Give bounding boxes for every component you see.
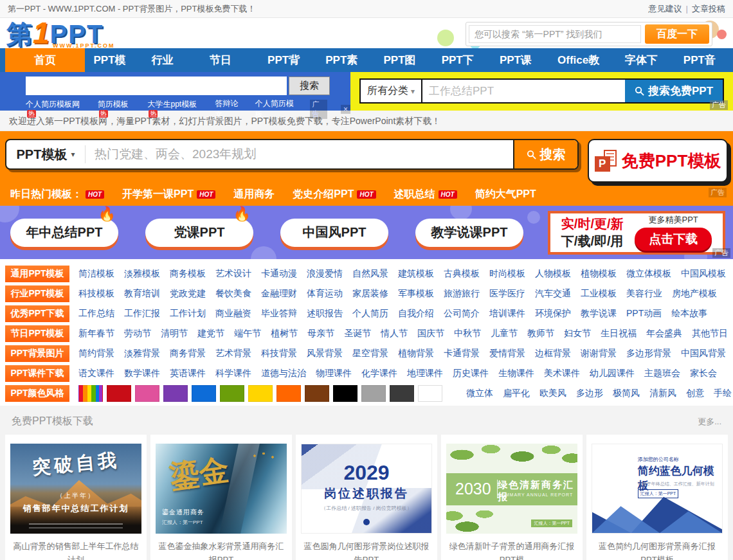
category-link[interactable]: 儿童节 [491,328,518,339]
category-link[interactable]: 科技背景 [261,348,297,359]
category-label[interactable]: 行业PPT模板 [5,285,69,302]
template-search-button[interactable]: 搜索 [513,139,577,170]
category-link[interactable]: 工作计划 [170,308,206,320]
category-link[interactable]: 美术课件 [544,368,580,379]
nav-item[interactable]: PPT背景 [259,48,317,72]
category-link[interactable]: 中国风模板 [681,268,726,280]
free-ppt-search-button[interactable]: 搜索免费PPT [625,80,723,102]
template-card[interactable]: 2030绿色清新商务汇报SUMMARY ANNUAL REPORT汇报人：第一P… [441,435,583,560]
category-link[interactable]: 自然风景 [352,268,388,280]
category-link[interactable]: 植树节 [271,328,298,339]
promo-pill[interactable]: 党课PPT🔥 [145,219,253,247]
category-link[interactable]: 中国风背景 [681,348,726,359]
color-swatch[interactable] [333,385,357,402]
category-label[interactable]: PPT颜色风格 [5,385,69,402]
category-link[interactable]: 劳动节 [124,328,151,339]
category-link[interactable]: 地理课件 [407,368,443,379]
category-link[interactable]: 绘本故事 [671,308,707,320]
category-link[interactable]: 人物模板 [535,268,571,280]
download-now-button[interactable]: 点击下载 [635,228,712,251]
ad-link[interactable]: 大学生ppt模板热 [147,99,204,120]
category-link[interactable]: 母亲节 [307,328,334,339]
category-link[interactable]: 培训课件 [489,308,525,320]
category-link[interactable]: 简约背景 [78,348,114,359]
category-link[interactable]: 旅游旅行 [444,288,480,300]
site-logo[interactable]: 第1PPT WWW.1PPT.COM [6,18,115,49]
baidu-search-button[interactable]: 百度一下 [645,24,709,44]
category-link[interactable]: 多边形 [576,388,603,399]
category-link[interactable]: 商务模板 [170,268,206,280]
color-swatch[interactable] [220,385,244,402]
nav-item[interactable]: 字体下载 [617,48,675,72]
category-label[interactable]: 节日PPT模板 [5,325,69,342]
category-link[interactable]: 科技模板 [78,288,114,300]
category-link[interactable]: 扁平化 [503,388,530,399]
category-link[interactable]: 生物课件 [498,368,534,379]
color-swatch[interactable] [163,385,188,402]
category-link[interactable]: 卡通动漫 [261,268,297,280]
ad-link[interactable]: 个人简历模板网热 [26,99,87,120]
category-link[interactable]: 极简风 [613,388,640,399]
category-link[interactable]: 语文课件 [78,368,114,379]
color-swatch[interactable] [305,385,329,402]
category-link[interactable]: 建党节 [197,328,224,339]
ad-link[interactable]: 答辩论文 [215,98,244,120]
category-link[interactable]: 艺术设计 [215,268,251,280]
category-link[interactable]: 主题班会 [644,368,680,379]
feedback-link[interactable]: 意见建议 [649,3,682,15]
color-swatch[interactable] [361,385,386,402]
template-card[interactable]: 简约蓝色几何模板添加您的公司名称可用于年终总结、工作汇报、新年计划汇报人：第一P… [586,435,728,560]
card-title[interactable]: 高山背景的销售部上半年工作总结计划 [10,539,141,560]
category-link[interactable]: 淡雅背景 [124,348,160,359]
nav-item[interactable]: PPT下载 [433,48,491,72]
nav-item[interactable]: PPT图表 [375,48,433,72]
card-thumbnail[interactable]: 2030绿色清新商务汇报SUMMARY ANNUAL REPORT汇报人：第一P… [446,444,577,534]
category-link[interactable]: 端午节 [234,328,261,339]
category-link[interactable]: 体育运动 [307,288,343,300]
color-swatch[interactable] [418,385,442,402]
color-swatch[interactable] [78,385,103,402]
category-link[interactable]: 爱情背景 [489,348,525,359]
category-link[interactable]: 党政党建 [170,288,206,300]
card-title[interactable]: 蓝色鎏金抽象水彩背景通用商务汇报PPT [156,539,287,560]
category-link[interactable]: 金融理财 [261,288,297,300]
card-title[interactable]: 蓝色简约几何图形背景商务汇报PPT模板 [592,539,723,560]
category-link[interactable]: 化学课件 [361,368,397,379]
category-link[interactable]: PPT动画 [626,308,662,320]
category-link[interactable]: 植物背景 [398,348,434,359]
free-ppt-banner-button[interactable]: P 免费PPT模板 [588,139,728,183]
category-link[interactable]: 浪漫爱情 [307,268,343,280]
ad-search-input[interactable] [26,77,287,95]
nav-item[interactable]: PPT模板 [85,48,143,72]
category-link[interactable]: 清新风 [649,388,676,399]
category-link[interactable]: 年会盛典 [646,328,682,339]
submit-article-link[interactable]: 文章投稿 [692,3,725,15]
ad-link[interactable]: 个人简历模板 [255,98,299,120]
nav-item[interactable]: PPT音效 [675,48,733,72]
category-link[interactable]: 科学课件 [215,368,251,379]
category-link[interactable]: 创意 [686,388,704,399]
nav-item[interactable]: 行业PPT [143,48,201,72]
category-link[interactable]: 淡雅模板 [124,268,160,280]
category-link[interactable]: 风景背景 [307,348,343,359]
category-link[interactable]: 简洁模板 [78,268,114,280]
category-link[interactable]: 时尚模板 [489,268,525,280]
category-link[interactable]: 美容行业 [626,288,662,300]
promo-pill[interactable]: 中国风PPT [280,219,388,247]
category-link[interactable]: 个人简历 [352,308,388,320]
category-link[interactable]: 古典模板 [444,268,480,280]
category-link[interactable]: 工作汇报 [124,308,160,320]
category-link[interactable]: 植物模板 [581,268,617,280]
category-label[interactable]: PPT课件下载 [5,365,69,382]
category-link[interactable]: 自我介绍 [398,308,434,320]
free-ppt-search-input[interactable] [422,80,625,102]
color-swatch[interactable] [390,385,414,402]
category-link[interactable]: 艺术背景 [215,348,251,359]
category-link[interactable]: 工业模板 [581,288,617,300]
category-link[interactable]: 清明节 [161,328,188,339]
promo-pill[interactable]: 年中总结PPT🔥 [10,219,118,247]
template-type-dropdown[interactable]: PPT模板 ▾ [6,146,85,163]
category-link[interactable]: 中秋节 [454,328,481,339]
category-link[interactable]: 情人节 [381,328,408,339]
category-link[interactable]: 医学医疗 [489,288,525,300]
